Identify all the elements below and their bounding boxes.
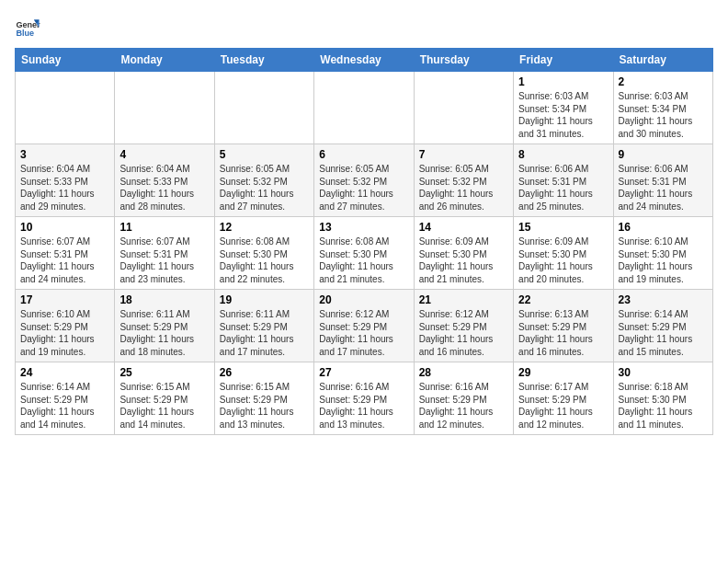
day-info: Sunrise: 6:10 AMSunset: 5:30 PMDaylight:…: [619, 236, 708, 285]
day-info: Sunrise: 6:04 AMSunset: 5:33 PMDaylight:…: [20, 163, 109, 213]
calendar-cell: 12Sunrise: 6:08 AMSunset: 5:30 PMDayligh…: [214, 217, 313, 290]
day-number: 24: [20, 366, 109, 379]
day-info: Sunrise: 6:03 AMSunset: 5:34 PMDaylight:…: [619, 90, 708, 140]
day-number: 30: [619, 366, 708, 379]
day-info: Sunrise: 6:14 AMSunset: 5:29 PMDaylight:…: [619, 308, 708, 358]
calendar-cell: [115, 72, 214, 144]
calendar-cell: 11Sunrise: 6:07 AMSunset: 5:31 PMDayligh…: [115, 217, 214, 290]
calendar-cell: 16Sunrise: 6:10 AMSunset: 5:30 PMDayligh…: [613, 217, 712, 290]
day-number: 18: [119, 293, 209, 306]
day-number: 9: [619, 148, 708, 161]
day-number: 26: [220, 366, 309, 379]
day-info: Sunrise: 6:18 AMSunset: 5:30 PMDaylight:…: [619, 381, 708, 431]
calendar-cell: 7Sunrise: 6:05 AMSunset: 5:32 PMDaylight…: [414, 144, 513, 217]
day-info: Sunrise: 6:07 AMSunset: 5:31 PMDaylight:…: [119, 236, 209, 285]
column-header-sunday: Sunday: [16, 49, 115, 72]
calendar-header-row: SundayMondayTuesdayWednesdayThursdayFrid…: [16, 49, 713, 72]
day-number: 28: [419, 366, 508, 379]
day-info: Sunrise: 6:08 AMSunset: 5:30 PMDaylight:…: [220, 236, 309, 285]
day-info: Sunrise: 6:09 AMSunset: 5:30 PMDaylight:…: [518, 236, 608, 285]
column-header-saturday: Saturday: [613, 49, 712, 72]
calendar-cell: 19Sunrise: 6:11 AMSunset: 5:29 PMDayligh…: [214, 290, 313, 362]
day-info: Sunrise: 6:16 AMSunset: 5:29 PMDaylight:…: [419, 381, 508, 431]
day-info: Sunrise: 6:14 AMSunset: 5:29 PMDaylight:…: [20, 381, 109, 431]
day-info: Sunrise: 6:15 AMSunset: 5:29 PMDaylight:…: [119, 381, 209, 431]
day-number: 7: [419, 148, 508, 161]
calendar-cell: 22Sunrise: 6:13 AMSunset: 5:29 PMDayligh…: [514, 290, 613, 362]
day-info: Sunrise: 6:05 AMSunset: 5:32 PMDaylight:…: [319, 163, 408, 213]
calendar-cell: 1Sunrise: 6:03 AMSunset: 5:34 PMDaylight…: [514, 72, 613, 144]
calendar-cell: 21Sunrise: 6:12 AMSunset: 5:29 PMDayligh…: [414, 290, 513, 362]
calendar-cell: 10Sunrise: 6:07 AMSunset: 5:31 PMDayligh…: [16, 217, 115, 290]
calendar-cell: 13Sunrise: 6:08 AMSunset: 5:30 PMDayligh…: [314, 217, 414, 290]
day-number: 27: [319, 366, 408, 379]
calendar-cell: 15Sunrise: 6:09 AMSunset: 5:30 PMDayligh…: [514, 217, 613, 290]
calendar-week-row: 24Sunrise: 6:14 AMSunset: 5:29 PMDayligh…: [16, 362, 713, 435]
day-number: 16: [619, 221, 708, 234]
page-header: General Blue: [15, 15, 713, 40]
calendar-cell: 9Sunrise: 6:06 AMSunset: 5:31 PMDaylight…: [613, 144, 712, 217]
calendar-cell: 6Sunrise: 6:05 AMSunset: 5:32 PMDaylight…: [314, 144, 414, 217]
calendar-week-row: 17Sunrise: 6:10 AMSunset: 5:29 PMDayligh…: [16, 290, 713, 362]
calendar-cell: 25Sunrise: 6:15 AMSunset: 5:29 PMDayligh…: [115, 362, 214, 435]
svg-text:Blue: Blue: [16, 29, 34, 38]
calendar-cell: 30Sunrise: 6:18 AMSunset: 5:30 PMDayligh…: [613, 362, 712, 435]
day-number: 22: [518, 293, 608, 306]
day-info: Sunrise: 6:08 AMSunset: 5:30 PMDaylight:…: [319, 236, 408, 285]
day-number: 5: [220, 148, 309, 161]
day-number: 20: [319, 293, 408, 306]
day-number: 23: [619, 293, 708, 306]
day-number: 29: [518, 366, 608, 379]
calendar-table: SundayMondayTuesdayWednesdayThursdayFrid…: [15, 48, 713, 435]
logo: General Blue: [15, 15, 40, 40]
logo-icon: General Blue: [15, 15, 40, 40]
calendar-week-row: 1Sunrise: 6:03 AMSunset: 5:34 PMDaylight…: [16, 72, 713, 144]
day-number: 11: [119, 221, 209, 234]
calendar-cell: 26Sunrise: 6:15 AMSunset: 5:29 PMDayligh…: [214, 362, 313, 435]
day-number: 15: [518, 221, 608, 234]
day-info: Sunrise: 6:04 AMSunset: 5:33 PMDaylight:…: [119, 163, 209, 213]
calendar-cell: 18Sunrise: 6:11 AMSunset: 5:29 PMDayligh…: [115, 290, 214, 362]
column-header-friday: Friday: [514, 49, 613, 72]
day-number: 10: [20, 221, 109, 234]
calendar-cell: 4Sunrise: 6:04 AMSunset: 5:33 PMDaylight…: [115, 144, 214, 217]
calendar-cell: 29Sunrise: 6:17 AMSunset: 5:29 PMDayligh…: [514, 362, 613, 435]
day-info: Sunrise: 6:17 AMSunset: 5:29 PMDaylight:…: [518, 381, 608, 431]
day-number: 25: [119, 366, 209, 379]
calendar-cell: 8Sunrise: 6:06 AMSunset: 5:31 PMDaylight…: [514, 144, 613, 217]
day-info: Sunrise: 6:05 AMSunset: 5:32 PMDaylight:…: [220, 163, 309, 213]
calendar-week-row: 10Sunrise: 6:07 AMSunset: 5:31 PMDayligh…: [16, 217, 713, 290]
day-number: 17: [20, 293, 109, 306]
day-info: Sunrise: 6:10 AMSunset: 5:29 PMDaylight:…: [20, 308, 109, 358]
calendar-cell: 23Sunrise: 6:14 AMSunset: 5:29 PMDayligh…: [613, 290, 712, 362]
calendar-cell: [214, 72, 313, 144]
day-number: 1: [518, 75, 608, 88]
day-info: Sunrise: 6:03 AMSunset: 5:34 PMDaylight:…: [518, 90, 608, 140]
day-number: 12: [220, 221, 309, 234]
calendar-cell: [314, 72, 414, 144]
day-number: 3: [20, 148, 109, 161]
day-info: Sunrise: 6:07 AMSunset: 5:31 PMDaylight:…: [20, 236, 109, 285]
day-info: Sunrise: 6:16 AMSunset: 5:29 PMDaylight:…: [319, 381, 408, 431]
day-info: Sunrise: 6:12 AMSunset: 5:29 PMDaylight:…: [419, 308, 508, 358]
day-info: Sunrise: 6:06 AMSunset: 5:31 PMDaylight:…: [619, 163, 708, 213]
calendar-cell: 24Sunrise: 6:14 AMSunset: 5:29 PMDayligh…: [16, 362, 115, 435]
day-number: 6: [319, 148, 408, 161]
day-number: 2: [619, 75, 708, 88]
calendar-cell: 28Sunrise: 6:16 AMSunset: 5:29 PMDayligh…: [414, 362, 513, 435]
calendar-cell: 5Sunrise: 6:05 AMSunset: 5:32 PMDaylight…: [214, 144, 313, 217]
column-header-monday: Monday: [115, 49, 214, 72]
day-number: 14: [419, 221, 508, 234]
calendar-cell: 20Sunrise: 6:12 AMSunset: 5:29 PMDayligh…: [314, 290, 414, 362]
day-number: 8: [518, 148, 608, 161]
day-info: Sunrise: 6:11 AMSunset: 5:29 PMDaylight:…: [220, 308, 309, 358]
calendar-cell: 3Sunrise: 6:04 AMSunset: 5:33 PMDaylight…: [16, 144, 115, 217]
calendar-cell: 2Sunrise: 6:03 AMSunset: 5:34 PMDaylight…: [613, 72, 712, 144]
day-info: Sunrise: 6:13 AMSunset: 5:29 PMDaylight:…: [518, 308, 608, 358]
day-number: 21: [419, 293, 508, 306]
day-info: Sunrise: 6:09 AMSunset: 5:30 PMDaylight:…: [419, 236, 508, 285]
day-info: Sunrise: 6:12 AMSunset: 5:29 PMDaylight:…: [319, 308, 408, 358]
day-info: Sunrise: 6:11 AMSunset: 5:29 PMDaylight:…: [119, 308, 209, 358]
calendar-cell: 14Sunrise: 6:09 AMSunset: 5:30 PMDayligh…: [414, 217, 513, 290]
day-number: 19: [220, 293, 309, 306]
